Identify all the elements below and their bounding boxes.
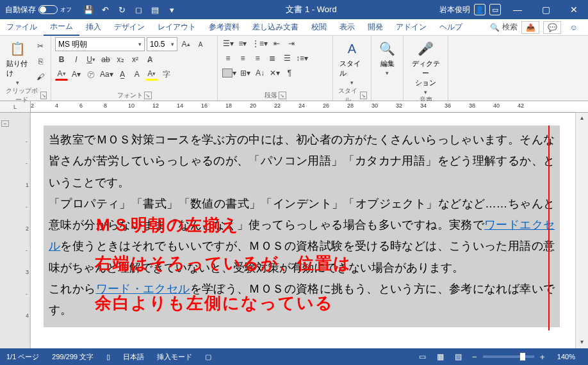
- tab-help[interactable]: ヘルプ: [433, 19, 469, 35]
- qat-icon[interactable]: ▤: [147, 2, 163, 17]
- horizontal-ruler[interactable]: L 24681012141618202224262830323436384042: [0, 101, 588, 113]
- word-count[interactable]: 299/299 文字: [45, 352, 100, 362]
- tab-references[interactable]: 参考資料: [202, 19, 246, 35]
- tab-insert[interactable]: 挿入: [79, 19, 108, 35]
- superscript-button[interactable]: x²: [129, 53, 142, 66]
- align-right-button[interactable]: ≡: [251, 52, 264, 65]
- share-button[interactable]: 📤: [521, 21, 539, 34]
- line-spacing-icon[interactable]: ↕≡▾: [295, 52, 309, 65]
- bold-button[interactable]: B: [55, 53, 68, 66]
- phonetic-guide-icon[interactable]: ㋐: [85, 68, 97, 81]
- char-border-icon[interactable]: A: [131, 68, 143, 81]
- enclose-char-icon[interactable]: A̲: [116, 68, 129, 81]
- italic-button[interactable]: I: [70, 53, 83, 66]
- tab-addins[interactable]: アドイン: [389, 19, 433, 35]
- align-center-button[interactable]: ≡: [236, 52, 249, 65]
- numbering-icon[interactable]: ≡▾: [236, 37, 249, 50]
- toggle-switch[interactable]: [38, 5, 58, 14]
- insert-mode[interactable]: 挿入モード: [151, 352, 199, 362]
- tab-view[interactable]: 表示: [333, 19, 361, 35]
- highlight-button[interactable]: A▾: [145, 68, 158, 81]
- web-layout-icon[interactable]: ▤: [451, 351, 466, 362]
- font-name-select[interactable]: MS 明朝▾: [55, 37, 145, 51]
- dialog-launcher-icon[interactable]: ↘: [360, 92, 367, 99]
- char-scale-icon[interactable]: Aa▾: [99, 68, 114, 81]
- distribute-button[interactable]: ☰: [281, 52, 293, 65]
- scroll-up-icon[interactable]: ▴: [577, 114, 586, 123]
- autosave-toggle[interactable]: 自動保存 オフ: [0, 4, 77, 15]
- minimize-button[interactable]: —: [503, 0, 532, 19]
- tab-selector[interactable]: L: [0, 101, 31, 112]
- undo-icon[interactable]: ↶: [97, 2, 113, 17]
- justify-button[interactable]: ≣: [266, 52, 279, 65]
- underline-button[interactable]: U▾: [85, 53, 97, 66]
- vertical-scrollbar[interactable]: ▴ ▾: [575, 113, 588, 348]
- paste-button[interactable]: 📋 貼り付け ▾: [4, 37, 31, 86]
- bullets-icon[interactable]: ☰▾: [222, 37, 234, 50]
- tab-layout[interactable]: レイアウト: [151, 19, 202, 35]
- page[interactable]: 当教室でＭＯＳ対策コースを学ぶ方の中には、初心者の方がたくさんいらっしゃいます。…: [31, 113, 575, 348]
- editing-label: 編集: [380, 59, 395, 69]
- search-box[interactable]: 🔍 検索: [490, 22, 518, 33]
- font-size-select[interactable]: 10.5▾: [147, 37, 177, 51]
- tab-mailings[interactable]: 差し込み文書: [246, 19, 305, 35]
- dialog-launcher-icon[interactable]: ↘: [279, 92, 286, 99]
- styles-icon: A: [343, 40, 361, 58]
- decrease-indent-icon[interactable]: ⇤: [270, 37, 283, 50]
- maximize-button[interactable]: ▢: [532, 0, 560, 19]
- read-mode-icon[interactable]: ▭: [415, 351, 430, 362]
- dialog-launcher-icon[interactable]: ↘: [40, 92, 47, 99]
- smiley-icon[interactable]: ☺: [565, 21, 583, 34]
- zoom-slider[interactable]: [483, 355, 534, 358]
- redo-icon[interactable]: ↻: [114, 2, 129, 17]
- vertical-ruler[interactable]: − --1-2-3-4: [0, 113, 31, 348]
- print-layout-icon[interactable]: ▦: [433, 351, 448, 362]
- spellcheck-icon[interactable]: ▯: [100, 353, 117, 361]
- copy-icon[interactable]: ⎘: [34, 55, 47, 68]
- shrink-font-icon[interactable]: A: [194, 38, 207, 51]
- tab-developer[interactable]: 開発: [361, 19, 389, 35]
- grow-font-icon[interactable]: A▴: [179, 38, 192, 51]
- strikethrough-button[interactable]: ab: [99, 53, 112, 66]
- clear-format-icon[interactable]: A̷: [143, 53, 156, 66]
- zoom-level[interactable]: 140%: [551, 353, 582, 361]
- font-color-button[interactable]: A▾: [55, 68, 68, 81]
- multilevel-icon[interactable]: ⋮≡▾: [251, 37, 268, 50]
- qat-dropdown-icon[interactable]: ▾: [164, 2, 179, 17]
- user-area: 岩本俊明 👤 ▭: [439, 4, 503, 15]
- save-icon[interactable]: 💾: [81, 2, 96, 17]
- page-indicator[interactable]: 1/1 ページ: [0, 352, 45, 362]
- comments-button[interactable]: 💬: [543, 21, 561, 34]
- tab-design[interactable]: デザイン: [108, 19, 151, 35]
- text-effects-icon[interactable]: A▾: [70, 68, 83, 81]
- collapse-icon[interactable]: −: [1, 120, 9, 127]
- align-left-button[interactable]: ≡: [222, 52, 234, 65]
- ribbon-display-icon[interactable]: ▭: [489, 4, 501, 15]
- sort-icon[interactable]: A↓: [254, 67, 266, 79]
- close-button[interactable]: ✕: [560, 0, 588, 19]
- language-indicator[interactable]: 日本語: [117, 352, 151, 362]
- show-marks-icon[interactable]: ¶: [283, 67, 296, 79]
- macro-icon[interactable]: ▢: [199, 353, 218, 361]
- format-painter-icon[interactable]: 🖌: [34, 70, 47, 83]
- user-avatar-icon[interactable]: 👤: [474, 4, 486, 15]
- increase-indent-icon[interactable]: ⇥: [285, 37, 298, 50]
- dictation-button[interactable]: 🎤 ディクテー ション ▾: [407, 37, 444, 95]
- subscript-button[interactable]: x₂: [114, 53, 127, 66]
- zoom-in-button[interactable]: +: [537, 351, 548, 362]
- zoom-thumb[interactable]: [520, 353, 525, 361]
- styles-button[interactable]: A スタイル ▾: [337, 37, 367, 86]
- tab-file[interactable]: ファイル: [0, 19, 44, 35]
- tab-review[interactable]: 校閲: [305, 19, 333, 35]
- asian-layout-icon[interactable]: ✕▾: [268, 67, 281, 79]
- char-shading-icon[interactable]: 字: [160, 68, 173, 81]
- zoom-out-button[interactable]: −: [469, 351, 480, 362]
- dialog-launcher-icon[interactable]: ↘: [144, 92, 152, 99]
- cut-icon[interactable]: ✂: [34, 40, 47, 53]
- scroll-down-icon[interactable]: ▾: [577, 338, 586, 347]
- tab-home[interactable]: ホーム: [44, 19, 79, 36]
- borders-button[interactable]: ⊞▾: [239, 67, 252, 79]
- editing-button[interactable]: 🔍 編集 ▾: [376, 37, 399, 76]
- shading-button[interactable]: ▾: [222, 67, 237, 79]
- qat-icon[interactable]: ◻: [131, 2, 146, 17]
